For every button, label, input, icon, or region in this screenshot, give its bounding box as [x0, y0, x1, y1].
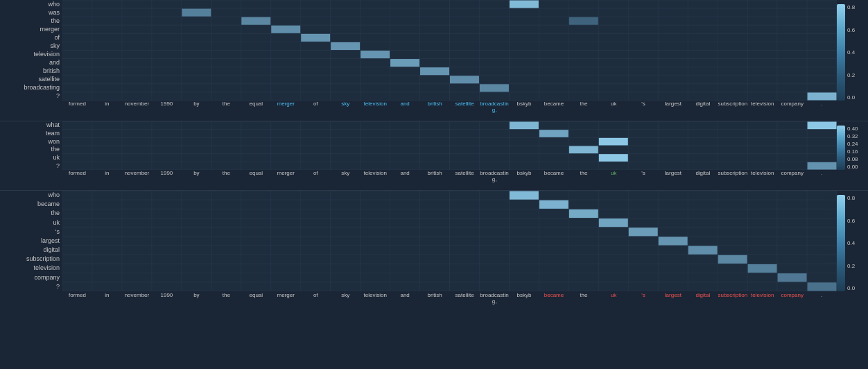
- grid-wrapper-2: [62, 121, 837, 169]
- x-axis-label: equal: [241, 101, 271, 108]
- x-axis-label: merger: [271, 101, 301, 108]
- y-axis-label: the: [51, 146, 60, 153]
- x-axis-label: uk: [598, 171, 628, 177]
- colorbar-3: 0.80.60.40.20.0: [837, 191, 868, 312]
- x-axis-label: became: [539, 293, 569, 299]
- x-axis-label: 1990: [152, 293, 182, 299]
- x-axis-label: formed: [62, 171, 92, 177]
- x-axis-label: in: [92, 171, 122, 177]
- x-axis-label: and: [390, 171, 420, 177]
- colorbar-tick-label: 0.6: [847, 27, 855, 33]
- x-axis-label: sky: [331, 171, 361, 177]
- x-axis-label: uk: [598, 101, 628, 108]
- x-axis-label: november: [122, 101, 152, 108]
- heatmap-canvas-1: [62, 0, 837, 101]
- x-axis-label: the: [211, 101, 241, 108]
- colorbar-tick-label: 0.08: [847, 156, 858, 162]
- x-axis-label: formed: [62, 101, 92, 108]
- x-axis-label: the: [568, 171, 598, 177]
- x-axis-label: became: [539, 171, 569, 177]
- x-axis-label: of: [301, 101, 331, 108]
- colorbar-gradient: [837, 126, 845, 170]
- x-axis-label: by: [182, 293, 211, 299]
- x-axis-label: by: [182, 171, 211, 177]
- x-axis-label: merger: [271, 293, 301, 299]
- x-axis-label: the: [568, 293, 598, 299]
- y-axis-label: television: [33, 265, 60, 271]
- panel-3: whobecametheuk'slargestdigitalsubscripti…: [0, 191, 868, 312]
- colorbar-tick-label: 0.32: [847, 133, 858, 139]
- x-axis-panel-3: formedinnovember1990bytheequalmergerofsk…: [62, 291, 837, 312]
- x-axis-label: and: [390, 101, 420, 108]
- x-axis-label: bskyb: [510, 101, 539, 108]
- x-axis-label: .: [807, 171, 837, 177]
- heatmap-area-1: formedinnovember1990bytheequalmergerofsk…: [62, 0, 837, 121]
- x-axis-label: equal: [241, 293, 271, 299]
- y-axis-label: subscription: [26, 256, 60, 262]
- x-axis-label: the: [211, 171, 241, 177]
- x-axis-label: company: [777, 293, 807, 299]
- colorbar-tick-label: 0.8: [847, 4, 855, 10]
- colorbar-tick-label: 0.6: [847, 218, 855, 224]
- colorbar-tick-label: 0.0: [847, 94, 855, 101]
- y-axis-label: 's: [55, 229, 60, 235]
- x-axis-label: bskyb: [510, 171, 539, 177]
- x-axis-label: television: [747, 293, 777, 299]
- y-axis-label: satellite: [38, 76, 60, 83]
- x-axis-label: of: [301, 171, 331, 177]
- grid-wrapper-1: [62, 0, 837, 100]
- x-axis-label: digital: [688, 171, 718, 177]
- y-axis-label: british: [43, 68, 60, 74]
- y-axis-label: broadcasting: [24, 85, 60, 91]
- y-axis-label: ?: [56, 93, 60, 99]
- y-axis-label: uk: [53, 155, 60, 161]
- x-axis-label: satellite: [450, 101, 480, 108]
- x-axis-label: .: [807, 293, 837, 299]
- y-axis-label: the: [51, 210, 60, 216]
- x-axis-label: british: [420, 171, 450, 177]
- y-axis-label: company: [34, 275, 60, 281]
- y-axis-label: and: [49, 60, 60, 66]
- panel-2: whatteamwontheuk?formedinnovember1990byt…: [0, 121, 868, 191]
- colorbar-tick-label: 0.4: [847, 240, 855, 246]
- x-axis-panel-1: formedinnovember1990bytheequalmergerofsk…: [62, 100, 837, 121]
- panel-1: whowasthemergerofskytelevisionandbritish…: [0, 0, 868, 121]
- grid-wrapper-3: [62, 191, 837, 291]
- x-axis-label: british: [420, 101, 450, 108]
- x-axis-label: 's: [628, 101, 658, 108]
- x-axis-label: by: [182, 101, 211, 108]
- x-axis-label: television: [747, 101, 777, 108]
- x-axis-label: british: [420, 293, 450, 299]
- x-axis-label: became: [539, 101, 569, 108]
- x-axis-label: the: [211, 293, 241, 299]
- colorbar-tick-label: 0.24: [847, 141, 858, 147]
- colorbar-1: 0.80.60.40.20.0: [837, 0, 868, 121]
- y-axis-label: uk: [53, 220, 60, 226]
- y-axis-label: ?: [56, 284, 60, 290]
- y-axis-label: who: [48, 192, 60, 198]
- x-axis-label: television: [747, 171, 777, 177]
- colorbar-tick-label: 0.16: [847, 148, 858, 155]
- x-axis-label: bskyb: [510, 293, 539, 299]
- heatmap-canvas-3: [62, 191, 837, 291]
- x-axis-label: 1990: [152, 171, 182, 177]
- y-axis-panel-2: whatteamwontheuk?: [0, 121, 62, 191]
- y-axis-label: largest: [41, 238, 60, 244]
- x-axis-label: largest: [658, 293, 688, 299]
- heatmap-area-3: formedinnovember1990bytheequalmergerofsk…: [62, 191, 837, 312]
- x-axis-label: broadcasting,: [480, 293, 510, 305]
- colorbar-tick-label: 0.0: [847, 285, 855, 291]
- y-axis-label: digital: [43, 247, 60, 253]
- y-axis-label: of: [54, 35, 60, 41]
- colorbar-tick-label: 0.40: [847, 126, 858, 132]
- y-axis-label: what: [46, 122, 60, 128]
- y-axis-label: merger: [40, 26, 60, 33]
- x-axis-label: formed: [62, 293, 92, 299]
- y-axis-label: television: [33, 51, 60, 58]
- x-axis-label: 1990: [152, 101, 182, 108]
- x-axis-label: satellite: [450, 293, 480, 299]
- x-axis-panel-2: formedinnovember1990bytheequalmergerofsk…: [62, 169, 837, 190]
- x-axis-label: 's: [628, 293, 658, 299]
- y-axis-panel-1: whowasthemergerofskytelevisionandbritish…: [0, 0, 62, 121]
- x-axis-label: the: [568, 101, 598, 108]
